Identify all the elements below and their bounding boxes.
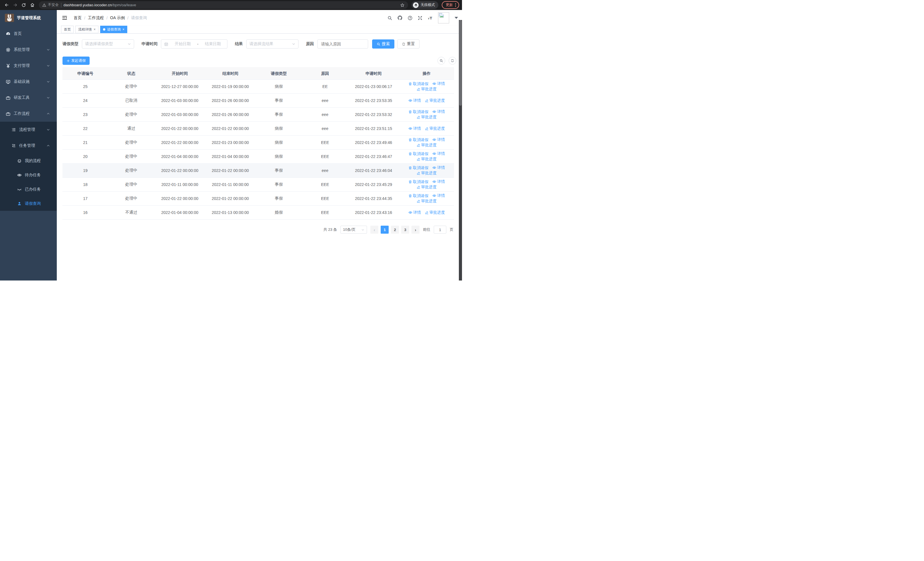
breadcrumb-workflow[interactable]: 工作流程 bbox=[88, 15, 104, 21]
sidebar-item-home[interactable]: 首页 bbox=[0, 26, 57, 42]
sidebar-item-my-process[interactable]: 我的流程 bbox=[0, 154, 57, 168]
detail-link[interactable]: 详情 bbox=[432, 109, 445, 114]
sidebar-item-todo-tasks[interactable]: 待办任务 bbox=[0, 168, 57, 182]
font-size-icon[interactable]: тT bbox=[428, 15, 433, 21]
detail-link[interactable]: 详情 bbox=[432, 151, 445, 156]
detail-link[interactable]: 详情 bbox=[432, 193, 445, 198]
tab-close-icon[interactable]: × bbox=[122, 28, 124, 31]
page-button-1[interactable]: 1 bbox=[381, 226, 388, 234]
page-button-2[interactable]: 2 bbox=[391, 226, 399, 234]
cancel-leave-link[interactable]: 取消请假 bbox=[408, 193, 428, 199]
tab-process-detail[interactable]: 流程详情 × bbox=[75, 26, 99, 33]
sidebar-item-leave-query[interactable]: 请假查询 bbox=[0, 197, 57, 211]
progress-link[interactable]: 审批进度 bbox=[425, 126, 445, 131]
progress-link[interactable]: 审批进度 bbox=[417, 87, 436, 92]
tab-close-icon[interactable]: × bbox=[94, 28, 96, 31]
start-date-input[interactable]: 开始日期 bbox=[171, 41, 194, 47]
address-bar[interactable]: 不安全 dashboard.yudao.iocoder.cn/bpm/oa/le… bbox=[39, 1, 408, 9]
result-select[interactable]: 请选择流结果 bbox=[246, 39, 298, 48]
page-size-select[interactable]: 10条/页 bbox=[340, 226, 367, 234]
progress-link[interactable]: 审批进度 bbox=[417, 156, 436, 162]
window-scrollbar[interactable] bbox=[459, 20, 462, 281]
sidebar-item-infra[interactable]: 基础设施 bbox=[0, 74, 57, 90]
avatar[interactable] bbox=[438, 12, 449, 23]
security-chip[interactable]: 不安全 bbox=[42, 3, 59, 8]
tab-home[interactable]: 首页 bbox=[61, 26, 74, 33]
breadcrumb-home[interactable]: 首页 bbox=[74, 15, 82, 21]
cancel-leave-link[interactable]: 取消请假 bbox=[408, 137, 428, 143]
prev-page-button[interactable]: ‹ bbox=[370, 226, 378, 234]
sidebar-collapse-icon[interactable] bbox=[61, 15, 69, 21]
browser-toolbar: 不安全 dashboard.yudao.iocoder.cn/bpm/oa/le… bbox=[0, 0, 462, 10]
svg-text:T: T bbox=[430, 16, 432, 20]
next-page-button[interactable]: › bbox=[411, 226, 420, 234]
apply-time-label: 申请时间 bbox=[141, 41, 158, 47]
browser-menu-icon[interactable] bbox=[455, 3, 456, 7]
detail-link[interactable]: 详情 bbox=[432, 165, 445, 170]
refresh-table-button[interactable] bbox=[448, 57, 456, 65]
bookmark-star-icon[interactable] bbox=[400, 3, 405, 8]
tab-leave-query[interactable]: 请假查询 × bbox=[100, 26, 127, 33]
tab-label: 首页 bbox=[64, 27, 71, 32]
progress-link[interactable]: 审批进度 bbox=[425, 98, 445, 103]
progress-link[interactable]: 审批进度 bbox=[425, 210, 445, 215]
detail-link[interactable]: 详情 bbox=[408, 126, 421, 131]
eye-icon bbox=[408, 126, 412, 131]
detail-link[interactable]: 详情 bbox=[408, 98, 421, 103]
browser-update-button[interactable]: 更新 bbox=[442, 1, 459, 9]
browser-home-button[interactable] bbox=[28, 2, 36, 9]
eye-icon bbox=[432, 82, 436, 86]
sidebar-item-done-tasks[interactable]: 已办任务 bbox=[0, 182, 57, 197]
detail-link[interactable]: 详情 bbox=[432, 81, 445, 86]
table-row: 16不通过2022-01-04 00:00:002022-01-13 00:00… bbox=[63, 206, 454, 220]
end-date-input[interactable]: 结束日期 bbox=[201, 41, 224, 47]
pagination: 共 23 条 10条/页 ‹ 1 2 3 › 前往 页 bbox=[63, 226, 456, 234]
goto-page-input[interactable] bbox=[434, 226, 446, 234]
detail-link[interactable]: 详情 bbox=[432, 137, 445, 142]
avatar-dropdown-icon[interactable] bbox=[454, 17, 458, 19]
progress-link[interactable]: 审批进度 bbox=[417, 185, 436, 190]
detail-link[interactable]: 详情 bbox=[432, 179, 445, 184]
help-icon[interactable] bbox=[408, 15, 412, 21]
breadcrumb: 首页 / 工作流程 / OA 示例 / 请假查询 bbox=[74, 15, 147, 21]
reason-input[interactable] bbox=[317, 39, 368, 48]
detail-link[interactable]: 详情 bbox=[408, 210, 421, 215]
select-placeholder: 请选择流结果 bbox=[249, 41, 273, 47]
sidebar-item-devtools[interactable]: 研发工具 bbox=[0, 90, 57, 106]
eye-icon bbox=[432, 138, 436, 142]
scrollbar-thumb[interactable] bbox=[459, 20, 462, 106]
toggle-search-button[interactable] bbox=[438, 57, 445, 65]
create-leave-button[interactable]: 发起请假 bbox=[63, 57, 90, 65]
header-search-icon[interactable] bbox=[387, 15, 392, 21]
browser-reload-button[interactable] bbox=[20, 2, 27, 9]
cancel-leave-link[interactable]: 取消请假 bbox=[408, 81, 428, 87]
leave-type-select[interactable]: 请选择请假类型 bbox=[82, 39, 134, 48]
sidebar-item-process-mgmt[interactable]: 流程管理 bbox=[0, 122, 57, 138]
cancel-leave-link[interactable]: 取消请假 bbox=[408, 151, 428, 156]
breadcrumb-oa[interactable]: OA 示例 bbox=[110, 15, 125, 21]
apply-time-range-picker[interactable]: 开始日期 - 结束日期 bbox=[161, 39, 227, 48]
sidebar-item-system[interactable]: 系统管理 bbox=[0, 42, 57, 58]
sidebar-item-label: 研发工具 bbox=[14, 95, 30, 100]
sidebar-item-task-mgmt[interactable]: 任务管理 bbox=[0, 138, 57, 154]
url-text: dashboard.yudao.iocoder.cn/bpm/oa/leave bbox=[64, 3, 136, 7]
reset-button[interactable]: 重置 bbox=[397, 39, 420, 48]
progress-link[interactable]: 审批进度 bbox=[417, 114, 436, 120]
page-content: 请假类型 请选择请假类型 申请时间 开始日期 - 结束日期 结果 请选择流结果 bbox=[57, 34, 462, 281]
toolbox-icon bbox=[6, 95, 10, 100]
page-button-3[interactable]: 3 bbox=[401, 226, 409, 234]
github-icon[interactable] bbox=[397, 15, 403, 21]
progress-link[interactable]: 审批进度 bbox=[417, 143, 436, 148]
browser-back-button[interactable] bbox=[3, 2, 10, 9]
progress-link[interactable]: 审批进度 bbox=[417, 199, 436, 204]
sidebar-item-payment[interactable]: 支付管理 bbox=[0, 58, 57, 74]
search-button[interactable]: 搜索 bbox=[372, 39, 394, 48]
cancel-leave-link[interactable]: 取消请假 bbox=[408, 110, 428, 114]
cancel-leave-link[interactable]: 取消请假 bbox=[408, 165, 428, 170]
sidebar-item-workflow[interactable]: 工作流程 bbox=[0, 106, 57, 122]
cancel-leave-link[interactable]: 取消请假 bbox=[408, 179, 428, 185]
progress-link[interactable]: 审批进度 bbox=[417, 170, 436, 176]
browser-forward-button[interactable] bbox=[11, 2, 19, 9]
table-row: 23处理中2022-01-03 00:00:002022-01-26 00:00… bbox=[63, 108, 454, 122]
fullscreen-icon[interactable] bbox=[417, 15, 423, 21]
